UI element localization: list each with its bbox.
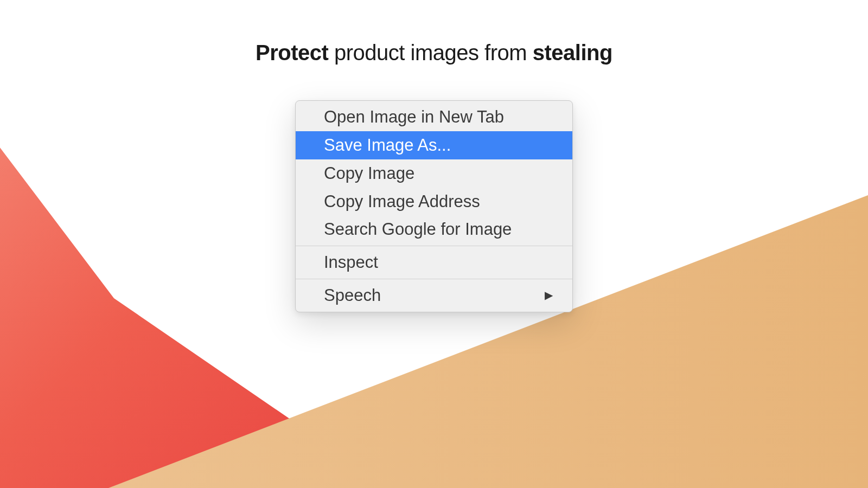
menu-item-label: Copy Image Address [324,190,480,213]
context-menu-section-2: Inspect [296,246,572,279]
menu-item-copy-image[interactable]: Copy Image [296,159,572,188]
menu-item-search-google-for-image[interactable]: Search Google for Image [296,215,572,243]
menu-item-copy-image-address[interactable]: Copy Image Address [296,188,572,216]
heading-bold-1: Protect [256,41,328,65]
page-heading: Protect product images from stealing [256,41,612,65]
menu-item-label: Copy Image [324,162,414,185]
heading-middle: product images from [328,41,532,65]
menu-item-open-image-new-tab[interactable]: Open Image in New Tab [296,103,572,131]
heading-bold-2: stealing [533,41,612,65]
menu-item-label: Save Image As... [324,134,451,157]
menu-item-speech[interactable]: Speech ▶ [296,281,572,310]
menu-item-inspect[interactable]: Inspect [296,248,572,277]
context-menu-section-1: Open Image in New Tab Save Image As... C… [296,101,572,246]
context-menu-section-3: Speech ▶ [296,279,572,312]
menu-item-label: Inspect [324,251,378,274]
menu-item-label: Open Image in New Tab [324,106,504,129]
submenu-arrow-icon: ▶ [545,288,553,303]
menu-item-label: Speech [324,284,381,307]
context-menu: Open Image in New Tab Save Image As... C… [295,100,573,312]
menu-item-save-image-as[interactable]: Save Image As... [296,131,572,159]
menu-item-label: Search Google for Image [324,218,512,241]
